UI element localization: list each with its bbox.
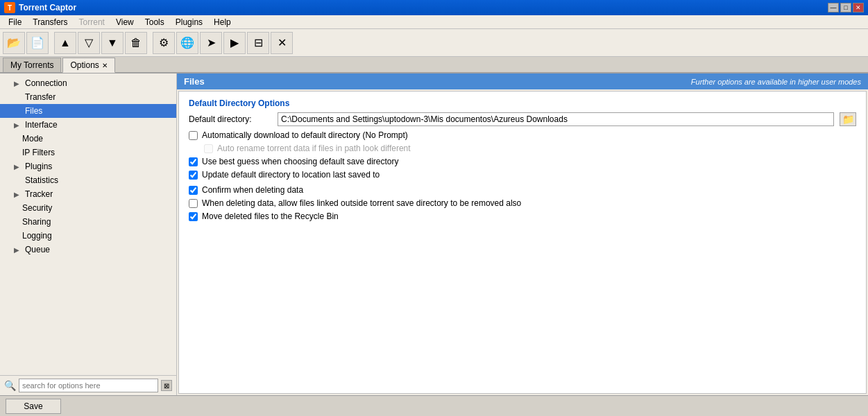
expand-icon: ▶ [14,80,22,87]
sidebar-item-mode[interactable]: Mode [0,132,176,146]
allow-linked-checkbox[interactable] [189,199,198,208]
queue-button[interactable]: ⊟ [247,32,269,54]
window-controls: — □ ✕ [828,3,864,12]
menu-bar: File Transfers Torrent View Tools Plugin… [0,15,868,29]
content-title: Files [184,76,205,87]
checkbox-recycle-bin: Move deleted files to the Recycle Bin [189,211,856,221]
best-guess-checkbox[interactable] [189,157,198,166]
checkbox-auto-rename: Auto rename torrent data if files in pat… [189,144,856,153]
menu-plugins[interactable]: Plugins [170,16,208,28]
open-url-button[interactable]: 📄 [26,32,49,54]
minimize-button[interactable]: — [828,3,839,12]
open-button[interactable]: 📂 [3,32,25,54]
recycle-bin-checkbox[interactable] [189,212,198,221]
recycle-bin-label: Move deleted files to the Recycle Bin [202,211,339,221]
sidebar-item-tracker[interactable]: ▶ Tracker [0,187,176,201]
content-body: Default Directory Options Default direct… [178,91,867,394]
delete-button[interactable]: ✕ [271,32,293,54]
tab-close-icon[interactable]: ✕ [102,62,108,69]
play-button[interactable]: ▶ [223,32,246,54]
sidebar-item-interface[interactable]: ▶ Interface [0,118,176,132]
default-directory-label: Default directory: [189,114,272,124]
search-input[interactable] [19,379,158,392]
content-panel: Files Further options are available in h… [177,73,868,395]
remove-button[interactable]: 🗑 [125,32,147,54]
sidebar-item-ip-filters[interactable]: IP Filters [0,146,176,159]
menu-tools[interactable]: Tools [139,16,170,28]
maximize-button[interactable]: □ [840,3,851,12]
auto-rename-label: Auto rename torrent data if files in pat… [217,144,411,153]
auto-rename-checkbox[interactable] [204,144,213,153]
close-button[interactable]: ✕ [853,3,864,12]
sidebar-item-logging[interactable]: Logging [0,229,176,243]
tab-my-torrents[interactable]: My Torrents [3,58,61,72]
main-area: ▶ Connection Transfer Files ▶ Interface … [0,73,868,395]
app-icon: T [4,2,15,13]
menu-help[interactable]: Help [208,16,237,28]
menu-torrent: Torrent [74,16,110,28]
save-button[interactable]: Save [6,399,61,414]
sidebar-item-transfer[interactable]: Transfer [0,90,176,104]
update-default-checkbox[interactable] [189,171,198,180]
search-icon: 🔍 [4,380,16,391]
checkbox-auto-download: Automatically download to default direct… [189,130,856,140]
toolbar: 📂 📄 ▲ ▽ ▼ 🗑 ⚙ 🌐 ➤ ▶ ⊟ ✕ [0,29,868,57]
menu-file[interactable]: File [3,16,27,28]
sidebar-item-queue[interactable]: ▶ Queue [0,243,176,257]
checkbox-best-guess: Use best guess when choosing default sav… [189,157,856,166]
stop2-button[interactable]: ▼ [101,32,124,54]
stop-button[interactable]: ▽ [78,32,100,54]
best-guess-label: Use best guess when choosing default sav… [202,157,399,166]
bottom-bar: Save [0,395,868,416]
checkbox-confirm-delete: Confirm when deleting data [189,185,856,195]
checkbox-allow-linked: When deleting data, allow files linked o… [189,198,856,208]
auto-download-label: Automatically download to default direct… [202,130,408,140]
sidebar-item-connection[interactable]: ▶ Connection [0,76,176,90]
default-directory-input[interactable] [278,112,834,126]
section-title: Default Directory Options [189,98,856,108]
auto-download-checkbox[interactable] [189,131,198,140]
title-bar: T Torrent Captor — □ ✕ [0,0,868,15]
content-header: Files Further options are available in h… [177,73,868,89]
menu-view[interactable]: View [110,16,139,28]
content-hint: Further options are available in higher … [691,78,861,86]
checkbox-update-default: Update default directory to location las… [189,170,856,180]
sidebar-item-plugins[interactable]: ▶ Plugins [0,159,176,173]
sidebar-item-sharing[interactable]: Sharing [0,215,176,229]
tab-options[interactable]: Options ✕ [62,58,114,73]
confirm-delete-label: Confirm when deleting data [202,185,303,195]
sidebar-list: ▶ Connection Transfer Files ▶ Interface … [0,73,176,375]
update-default-label: Update default directory to location las… [202,170,380,180]
sidebar-item-files[interactable]: Files [0,104,176,118]
expand-icon: ▶ [14,121,22,129]
menu-transfers[interactable]: Transfers [27,16,73,28]
expand-icon: ▶ [14,246,22,254]
sidebar-search-area: 🔍 ⊠ [0,375,176,395]
sidebar-item-security[interactable]: Security [0,201,176,215]
sidebar-item-statistics[interactable]: Statistics [0,173,176,187]
expand-icon: ▶ [14,163,22,171]
expand-icon: ▶ [14,191,22,198]
tabs-bar: My Torrents Options ✕ [0,57,868,73]
sidebar: ▶ Connection Transfer Files ▶ Interface … [0,73,177,395]
network-button[interactable]: 🌐 [176,32,198,54]
confirm-delete-checkbox[interactable] [189,186,198,195]
search-clear-button[interactable]: ⊠ [161,380,172,391]
browse-button[interactable]: 📁 [840,112,856,126]
settings-button[interactable]: ⚙ [153,32,175,54]
default-directory-row: Default directory: 📁 [189,112,856,126]
allow-linked-label: When deleting data, allow files linked o… [202,198,521,208]
start-button[interactable]: ▲ [54,32,76,54]
arrow-button[interactable]: ➤ [200,32,222,54]
app-title: Torrent Captor [19,3,76,12]
